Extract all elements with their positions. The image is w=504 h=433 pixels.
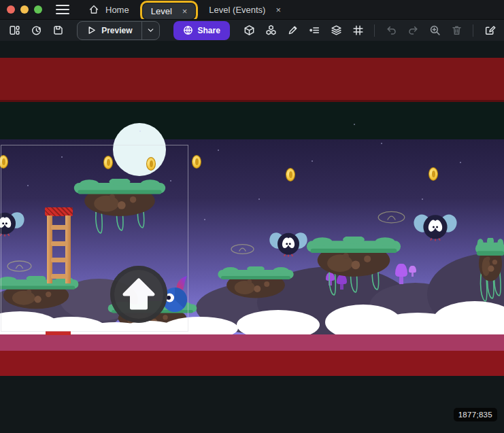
floating-island[interactable]	[305, 237, 403, 296]
maximize-window-button[interactable]	[34, 5, 42, 14]
boundary-red-band-bottom	[0, 351, 504, 376]
undo-icon	[386, 24, 397, 36]
open-panels-button[interactable]	[5, 22, 23, 39]
ufo-sketch[interactable]	[377, 209, 405, 224]
scene-canvas[interactable]: 1877;835	[0, 41, 504, 433]
coin[interactable]	[429, 167, 438, 181]
titlebar: Home Level × Level (Events) ×	[0, 0, 504, 19]
close-tab-icon[interactable]: ×	[182, 6, 188, 16]
grid-icon	[352, 24, 364, 36]
objects-3d-icon	[243, 24, 255, 36]
tab-level-events[interactable]: Level (Events) ×	[201, 2, 289, 18]
ufo-sketch[interactable]	[231, 242, 254, 255]
panels-icon	[9, 24, 20, 36]
share-button[interactable]: Share	[173, 21, 230, 40]
instances-list-button[interactable]	[305, 22, 323, 39]
minimize-window-button[interactable]	[20, 5, 29, 14]
coin[interactable]	[286, 168, 295, 181]
coin[interactable]	[192, 155, 201, 169]
star	[381, 143, 382, 144]
save-button[interactable]	[49, 22, 67, 39]
tab-home[interactable]: Home	[80, 1, 137, 18]
star	[312, 160, 313, 162]
star	[218, 150, 219, 151]
edit-scene-icon	[484, 24, 496, 36]
preview-options-button[interactable]	[141, 22, 159, 39]
ground-pink-strip	[0, 334, 504, 351]
star	[460, 162, 461, 163]
layers-button[interactable]	[327, 22, 345, 39]
redo-button[interactable]	[404, 22, 422, 39]
history-button[interactable]	[27, 22, 45, 39]
objects-panel-button[interactable]	[240, 22, 258, 39]
edit-scene-properties-button[interactable]	[481, 22, 499, 39]
traffic-lights	[0, 5, 50, 14]
preview-label: Preview	[101, 26, 132, 35]
trash-icon	[451, 24, 463, 36]
jump-control-button[interactable]	[110, 266, 167, 323]
cursor-coordinates-badge: 1877;835	[454, 408, 497, 421]
preview-button[interactable]: Preview	[77, 21, 159, 40]
play-icon	[86, 25, 97, 35]
tab-label: Home	[105, 5, 129, 15]
floating-island[interactable]	[216, 266, 295, 300]
tab-label: Level (Events)	[209, 5, 265, 15]
mushroom-silhouette	[409, 266, 416, 277]
home-icon	[88, 4, 99, 15]
history-icon	[31, 24, 42, 36]
grid-options-button[interactable]	[349, 22, 367, 39]
object-groups-button[interactable]	[262, 22, 280, 39]
share-label: Share	[198, 26, 220, 35]
tab-level[interactable]: Level ×	[143, 3, 196, 19]
redo-icon	[407, 24, 419, 36]
tab-label: Level	[151, 6, 172, 16]
star	[139, 131, 141, 132]
bat-enemy[interactable]	[414, 211, 457, 241]
chevron-down-icon	[146, 26, 155, 35]
up-arrow-icon	[124, 280, 153, 308]
star	[422, 198, 423, 200]
toolbar: Preview Share	[0, 19, 504, 41]
tab-bar: Home Level × Level (Events) ×	[80, 0, 289, 19]
tutorial-highlight-box: Level ×	[140, 1, 199, 22]
star	[204, 219, 205, 220]
main-menu-icon[interactable]	[56, 5, 69, 14]
bat-enemy[interactable]	[269, 230, 307, 257]
close-window-button[interactable]	[7, 5, 15, 14]
instances-list-icon	[309, 24, 320, 36]
zoom-in-button[interactable]	[426, 22, 443, 39]
floating-island[interactable]	[475, 238, 504, 302]
delete-button[interactable]	[448, 22, 465, 39]
layers-icon	[331, 24, 342, 36]
globe-icon	[183, 25, 193, 35]
boundary-red-band-top	[0, 58, 504, 102]
undo-button[interactable]	[382, 22, 400, 39]
star	[354, 124, 355, 125]
properties-pencil-icon	[287, 24, 299, 36]
object-groups-icon	[265, 24, 277, 36]
properties-button[interactable]	[284, 22, 301, 39]
scene-dark-backdrop	[0, 102, 504, 139]
star	[258, 198, 260, 200]
save-icon	[52, 24, 64, 36]
close-tab-icon[interactable]: ×	[275, 5, 281, 15]
zoom-in-icon	[429, 24, 441, 36]
preview-main[interactable]: Preview	[78, 22, 141, 39]
